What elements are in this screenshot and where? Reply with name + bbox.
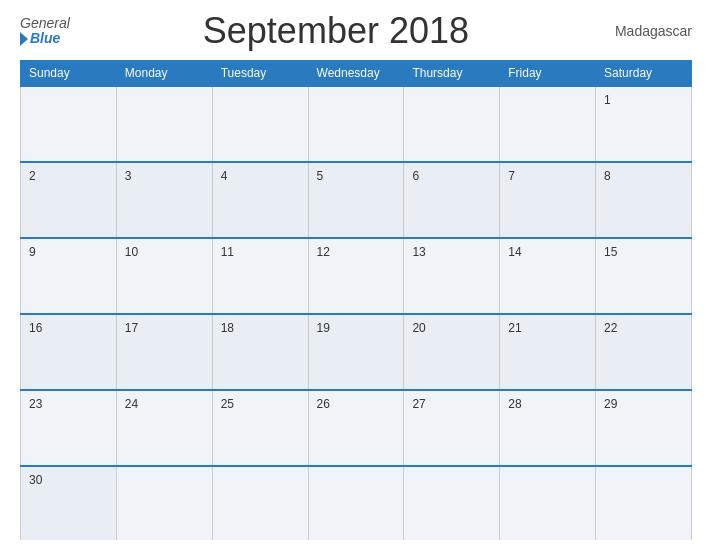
day-number: 20 xyxy=(412,321,425,335)
day-number: 3 xyxy=(125,169,132,183)
calendar-day-cell: 19 xyxy=(308,314,404,390)
calendar-day-cell: 10 xyxy=(116,238,212,314)
calendar-day-cell: 7 xyxy=(500,162,596,238)
calendar-day-cell xyxy=(308,86,404,162)
calendar-day-cell: 4 xyxy=(212,162,308,238)
calendar-day-cell xyxy=(212,86,308,162)
calendar-day-cell: 1 xyxy=(596,86,692,162)
col-monday: Monday xyxy=(116,61,212,87)
day-number: 10 xyxy=(125,245,138,259)
logo-triangle-icon xyxy=(20,32,28,46)
day-number: 11 xyxy=(221,245,234,259)
calendar-day-cell xyxy=(596,466,692,540)
calendar-day-cell: 24 xyxy=(116,390,212,466)
day-number: 25 xyxy=(221,397,234,411)
calendar-table: Sunday Monday Tuesday Wednesday Thursday… xyxy=(20,60,692,540)
day-number: 18 xyxy=(221,321,234,335)
country-label: Madagascar xyxy=(602,23,692,39)
month-title: September 2018 xyxy=(70,10,602,52)
day-number: 12 xyxy=(317,245,330,259)
col-sunday: Sunday xyxy=(21,61,117,87)
calendar-day-cell: 28 xyxy=(500,390,596,466)
day-number: 26 xyxy=(317,397,330,411)
calendar-day-cell: 15 xyxy=(596,238,692,314)
calendar-day-cell: 12 xyxy=(308,238,404,314)
calendar-day-cell: 5 xyxy=(308,162,404,238)
day-number: 27 xyxy=(412,397,425,411)
day-number: 16 xyxy=(29,321,42,335)
calendar-week-row: 30 xyxy=(21,466,692,540)
calendar-day-cell: 25 xyxy=(212,390,308,466)
day-number: 8 xyxy=(604,169,611,183)
day-number: 15 xyxy=(604,245,617,259)
calendar-day-cell: 3 xyxy=(116,162,212,238)
day-number: 13 xyxy=(412,245,425,259)
col-tuesday: Tuesday xyxy=(212,61,308,87)
calendar-day-cell: 11 xyxy=(212,238,308,314)
day-number: 9 xyxy=(29,245,36,259)
col-wednesday: Wednesday xyxy=(308,61,404,87)
logo-blue-text: Blue xyxy=(20,31,60,46)
calendar-week-row: 1 xyxy=(21,86,692,162)
logo: General Blue xyxy=(20,16,70,47)
calendar-day-cell: 9 xyxy=(21,238,117,314)
calendar-day-cell: 27 xyxy=(404,390,500,466)
calendar-day-cell: 2 xyxy=(21,162,117,238)
day-number: 6 xyxy=(412,169,419,183)
calendar-day-cell: 8 xyxy=(596,162,692,238)
col-friday: Friday xyxy=(500,61,596,87)
calendar-day-cell xyxy=(21,86,117,162)
day-number: 28 xyxy=(508,397,521,411)
day-number: 17 xyxy=(125,321,138,335)
calendar-day-cell: 13 xyxy=(404,238,500,314)
day-number: 5 xyxy=(317,169,324,183)
day-number: 19 xyxy=(317,321,330,335)
day-number: 29 xyxy=(604,397,617,411)
calendar-day-cell: 30 xyxy=(21,466,117,540)
day-number: 30 xyxy=(29,473,42,487)
col-thursday: Thursday xyxy=(404,61,500,87)
calendar-day-cell xyxy=(116,466,212,540)
calendar-week-row: 16171819202122 xyxy=(21,314,692,390)
day-number: 2 xyxy=(29,169,36,183)
calendar-week-row: 23242526272829 xyxy=(21,390,692,466)
day-number: 21 xyxy=(508,321,521,335)
calendar-day-cell: 29 xyxy=(596,390,692,466)
calendar-header-row: Sunday Monday Tuesday Wednesday Thursday… xyxy=(21,61,692,87)
page-header: General Blue September 2018 Madagascar xyxy=(20,10,692,52)
calendar-day-cell: 16 xyxy=(21,314,117,390)
col-saturday: Saturday xyxy=(596,61,692,87)
calendar-week-row: 2345678 xyxy=(21,162,692,238)
calendar-day-cell: 14 xyxy=(500,238,596,314)
day-number: 24 xyxy=(125,397,138,411)
calendar-day-cell: 6 xyxy=(404,162,500,238)
calendar-day-cell: 23 xyxy=(21,390,117,466)
day-number: 4 xyxy=(221,169,228,183)
calendar-day-cell xyxy=(404,86,500,162)
calendar-day-cell: 21 xyxy=(500,314,596,390)
calendar-day-cell xyxy=(500,466,596,540)
day-number: 23 xyxy=(29,397,42,411)
calendar-day-cell xyxy=(308,466,404,540)
day-number: 22 xyxy=(604,321,617,335)
calendar-day-cell: 17 xyxy=(116,314,212,390)
calendar-day-cell xyxy=(500,86,596,162)
calendar-day-cell: 22 xyxy=(596,314,692,390)
calendar-day-cell: 26 xyxy=(308,390,404,466)
day-number: 14 xyxy=(508,245,521,259)
day-number: 1 xyxy=(604,93,611,107)
calendar-day-cell xyxy=(212,466,308,540)
calendar-day-cell: 18 xyxy=(212,314,308,390)
calendar-day-cell xyxy=(404,466,500,540)
calendar-day-cell xyxy=(116,86,212,162)
logo-general-text: General xyxy=(20,16,70,31)
day-number: 7 xyxy=(508,169,515,183)
calendar-week-row: 9101112131415 xyxy=(21,238,692,314)
calendar-day-cell: 20 xyxy=(404,314,500,390)
